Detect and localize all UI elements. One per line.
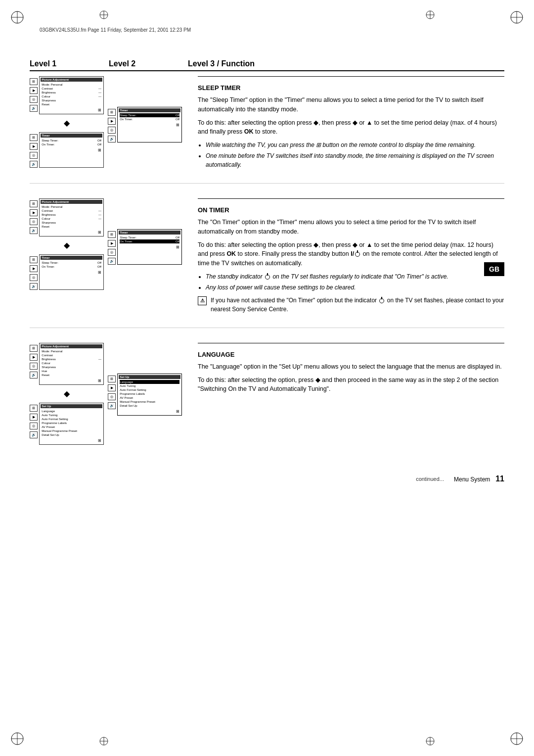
menu-icon-tv6: ⊞	[108, 231, 116, 238]
arrow-down-2: ◆	[30, 241, 104, 249]
language-level1-screen: Picture Adjustment Mode: Personal Contra…	[39, 343, 104, 385]
language-level1-col: ⊞ ▶ ◎ 🔊 Picture Adjustment Mode: Persona…	[30, 343, 104, 445]
picture-adj-title-3: Picture Adjustment	[41, 344, 102, 348]
menu-icon-arrow2: ▶	[30, 143, 38, 150]
main-content: Level 1 Level 2 Level 3 / Function ⊞ ▶ ◎	[30, 59, 504, 483]
lang-setup-av: AV Preset	[42, 425, 101, 429]
menu-icon-circle: ◎	[30, 96, 38, 103]
menu-icons-left-1: ⊞ ▶ ◎ 🔊	[30, 76, 38, 114]
ot-menu-item-colour: Colour—	[42, 217, 101, 221]
sleep-timer-level2-screen-wrapper: ⊞ ▶ ◎ 🔊 Timer Sleep Timer:Off On Timer:O…	[30, 132, 104, 168]
on-timer-level2b-screen: Timer Sleep Timer:Off On Timer:Off ⊞	[117, 229, 182, 265]
lang-setup-proglabels: Programme Labels	[42, 421, 101, 425]
lang-setup-manual: Manual Programme Preset	[42, 429, 101, 433]
on-timer-level2-screen-wrapper: ⊞ ▶ ◎ 🔊 Timer Sleep Timer:Off On Timer:O…	[30, 254, 104, 290]
menu-icon-arrow6: ▶	[108, 240, 116, 247]
sleep-timer-text: SLEEP TIMER The "Sleep Timer" option in …	[188, 76, 504, 173]
menu-icons-left-4: ⊞ ▶ ◎ 🔊	[30, 198, 38, 236]
picture-adj-title-2: Picture Adjustment	[41, 200, 102, 204]
on-timer-body: The "On Timer" option in the "Timer" men…	[198, 218, 504, 318]
on-timer-text: ON TIMER The "On Timer" option in the "T…	[188, 198, 504, 318]
on-timer-para1: The "On Timer" option in the "Timer" men…	[198, 218, 504, 236]
sleep-timer-body: The "Sleep Timer" option in the "Timer" …	[198, 95, 504, 169]
sleep-timer-bullet1: While watching the TV, you can press the…	[206, 141, 504, 149]
corner-mark-br	[509, 731, 524, 746]
menu-icon-tv3: ⊞	[108, 109, 116, 116]
sleep-timer-level2-col: ⊞ ▶ ◎ 🔊 Timer Sleep Timer:Off On Timer:O…	[108, 76, 182, 173]
section-sleep-timer: ⊞ ▶ ◎ 🔊 Picture Adjustment Mode: Persona…	[30, 76, 504, 184]
section-divider-2	[198, 198, 504, 199]
menu-icon-speaker: 🔊	[30, 105, 38, 112]
arrow-down-1: ◆	[30, 119, 104, 127]
menu-icon-speaker5: 🔊	[30, 283, 38, 290]
footer-continued: continued...	[416, 476, 444, 482]
menu-item-colour: Colour—	[42, 94, 101, 98]
menu-icon-speaker3: 🔊	[108, 136, 116, 142]
menu-icon-circle4: ◎	[30, 218, 38, 225]
menu-icons-left-8: ⊞ ▶ ◎ 🔊	[30, 403, 38, 445]
standby-icon-1	[355, 252, 360, 257]
corner-mark-bl	[10, 731, 25, 746]
sleep-timer-level1-screen: Picture Adjustment Mode: Personal Contra…	[39, 76, 104, 114]
ot-menu-item-reset: Reset	[42, 225, 101, 229]
menu-icons-left-9: ⊞ ▶ ◎ 🔊	[108, 374, 116, 416]
ot-menu-sleep-item-2: Sleep Timer:Off	[120, 236, 179, 239]
ot-menu-item-contrast: Contrast—	[42, 209, 101, 213]
file-info: 03GBKV24LS35U.fm Page 11 Friday, Septemb…	[40, 27, 191, 33]
sleep-timer-level1-col: ⊞ ▶ ◎ 🔊 Picture Adjustment Mode: Persona…	[30, 76, 104, 173]
gb-tab: GB	[484, 262, 504, 276]
menu-icon-tv2: ⊞	[30, 134, 38, 141]
menu-icon-tv9: ⊞	[108, 376, 116, 382]
menu-icon-circle3: ◎	[108, 127, 116, 134]
reg-mark-top-right	[425, 10, 435, 20]
menu-icon-speaker4: 🔊	[30, 227, 38, 234]
menu-icons-left-7: ⊞ ▶ ◎ 🔊	[30, 343, 38, 385]
lang-setup-autoformat-2: Auto Format Setting	[120, 388, 179, 392]
language-para1: The "Language" option in the "Set Up" me…	[198, 362, 504, 372]
reg-mark-bottom-right	[425, 736, 435, 746]
sleep-timer-para2: To do this: after selecting the option p…	[198, 118, 504, 137]
lang-setup-manual-2: Manual Programme Preset	[120, 400, 179, 404]
on-timer-level2-col: ⊞ ▶ ◎ 🔊 Timer Sleep Timer:Off On Timer:O…	[108, 198, 182, 318]
language-level2b-screen: Set Up Language Auto Tuning Auto Format …	[117, 374, 182, 416]
lang-menu-item-reset: Reset	[42, 373, 101, 377]
menu-icon-circle6: ◎	[108, 249, 116, 256]
on-timer-bullets: The standby indicator on the TV set flas…	[206, 272, 504, 292]
on-timer-level1-screen: Picture Adjustment Mode: Personal Contra…	[39, 198, 104, 236]
lang-setup-detail: Detail Set Up	[42, 433, 101, 437]
footer-menu-system-label: Menu System	[454, 476, 490, 483]
menu-icon-arrow3: ▶	[108, 118, 116, 125]
menu-icon-speaker2: 🔊	[30, 161, 38, 168]
on-timer-level2-screen: Timer Sleep Timer:Off On Timer:Off ⊞	[39, 254, 104, 290]
sleep-timer-menus: ⊞ ▶ ◎ 🔊 Picture Adjustment Mode: Persona…	[30, 76, 188, 173]
on-timer-note: ⚠ If you have not activated the "On Time…	[198, 296, 504, 318]
menu-icon-speaker9: 🔊	[108, 402, 116, 409]
reg-mark-bottom-left	[99, 736, 109, 746]
menu-icon-speaker8: 🔊	[30, 431, 38, 438]
on-timer-title: ON TIMER	[198, 206, 504, 214]
ot-menu-item-mode: Mode: Personal	[42, 205, 101, 209]
lang-menu-item-brightness: Brightness—	[42, 357, 101, 361]
picture-adj-body-1: Mode: Personal Contrast— Brightness— Col…	[41, 82, 102, 107]
setup-body-2: Language Auto Tuning Auto Format Setting…	[119, 379, 180, 409]
language-level2-col: ⊞ ▶ ◎ 🔊 Set Up Language Auto Tuning	[108, 343, 182, 445]
lang-setup-autotuning: Auto Tuning	[42, 413, 101, 417]
menu-icon-circle8: ◎	[30, 423, 38, 429]
section-language: ⊞ ▶ ◎ 🔊 Picture Adjustment Mode: Persona…	[30, 343, 504, 455]
picture-adj-body-3: Mode: Personal Contrast Brightness— Colo…	[41, 348, 102, 378]
header-level2: Level 2	[109, 59, 188, 68]
lang-setup-proglabels-2: Programme Labels	[120, 392, 179, 396]
ot-menu-on-item: On Timer:Off	[42, 265, 101, 269]
menu-icon-arrow5: ▶	[30, 265, 38, 272]
section-divider-3	[198, 343, 504, 343]
menu-icons-left-6: ⊞ ▶ ◎ 🔊	[108, 229, 116, 265]
menu-icon-tv4: ⊞	[30, 200, 38, 207]
menu-icon-circle7: ◎	[30, 363, 38, 370]
menu-icon-circle2: ◎	[30, 152, 38, 159]
menu-item-mode: Mode: Personal	[42, 83, 101, 87]
lang-setup-autotuning-2: Auto Tuning	[120, 384, 179, 388]
setup-title-2: Set Up	[119, 375, 180, 379]
menu-on-timer-item: On Timer:Off	[42, 142, 101, 146]
language-text: LANGUAGE The "Language" option in the "S…	[188, 343, 504, 445]
lang-setup-autoformat: Auto Format Setting	[42, 417, 101, 421]
